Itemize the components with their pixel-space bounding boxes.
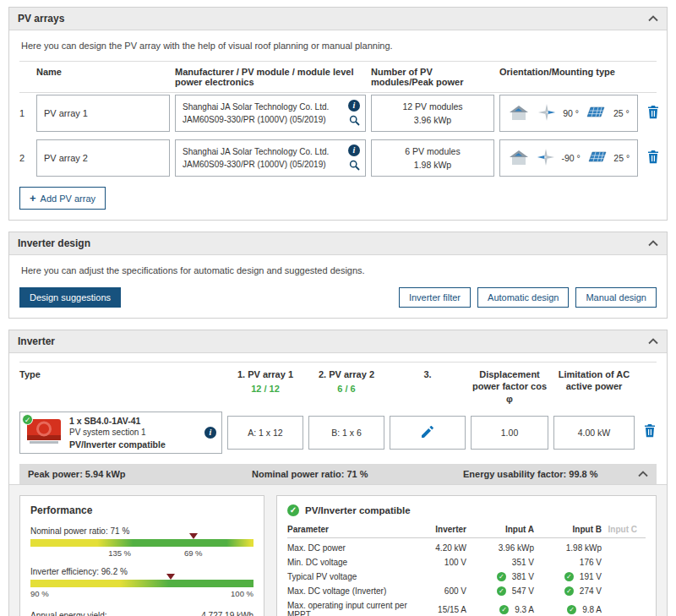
delete-pv-array-button[interactable] [643,149,663,168]
inverter-row: 1 x SB4.0-1AV-41 PV system section 1 PV/… [19,412,657,454]
edit-inputs-box[interactable] [390,416,466,450]
input-a-value: 3.96 kWp [466,541,534,555]
inverter-section: Inverter Type 1. PV array 1 12 / 12 2. P… [8,330,668,616]
inverter-summary-bar[interactable]: Peak power: 5.94 kWp Nominal power ratio… [19,464,657,484]
search-icon[interactable] [349,160,360,172]
col-array1: 1. PV array 1 12 / 12 [227,368,303,395]
tilt-value: 25 ° [613,153,630,163]
col-manufacturer: Manufacturer / PV module / module level … [175,67,366,87]
check-circle-icon [499,605,509,614]
param: Min. DC voltage [287,555,419,570]
inverter-value [419,574,466,579]
tilt-panel-icon [586,106,606,121]
delete-pv-array-button[interactable] [643,104,663,123]
compatibility-title: PV/Inverter compatible [305,505,411,515]
peak-power: 1.98 kWp [414,158,451,172]
input-a-value: 9.3 A [515,605,534,614]
ac-limit-box[interactable]: 4.00 kW [553,416,635,450]
col-ac-limit: Limitation of AC active power [553,368,635,393]
add-pv-array-button[interactable]: Add PV array [19,187,106,210]
inverter-value: 15/15 A [419,602,466,616]
inverter-design-section: Inverter design Here you can adjust the … [8,232,668,319]
roof-icon [508,104,530,123]
input-a-value: 381 V [512,572,534,581]
pv-array-name-input[interactable] [36,139,170,177]
bar2-tick-right: 100 % [231,589,254,598]
col-modules: Number of PV modules/Peak power [371,67,494,87]
module-name: JAM60S09-330/PR (1000V) (05/2019) [183,113,329,126]
bar1-tick-value: 69 % [184,548,203,558]
param: Max. operating input current per MPPT [287,598,419,616]
search-icon[interactable] [349,115,360,128]
chevron-up-icon[interactable] [648,15,658,22]
inverter-header[interactable]: Inverter [9,330,667,353]
performance-stats: Annual energy yield: 4,727.19 kWh Spec. … [30,611,254,616]
page: { "pv_arrays": { "title": "PV arrays", "… [0,0,676,616]
pv-array-name-input[interactable] [36,95,170,132]
pv-arrays-table: 1 Shanghai JA Solar Technology Co. Ltd. … [19,95,657,177]
input-b-value: 274 V [580,586,602,596]
check-circle-icon [497,572,506,581]
cos-phi-box[interactable]: 1.00 [471,416,548,450]
col-array3: 3. [390,368,466,380]
chevron-up-icon[interactable] [648,338,658,345]
stat-value: 4,727.19 kWh [165,611,254,616]
orientation-box[interactable]: 90 ° 25 ° [499,95,638,132]
modules-peak-power-box: 6 PV modules 1.98 kWp [371,139,494,177]
pv-arrays-header[interactable]: PV arrays [9,8,667,30]
stat-label: Annual energy yield: [30,611,165,616]
param: Max. DC voltage (Inverter) [287,584,419,598]
inverter-design-title: Inverter design [18,237,90,249]
col-input-c: Input C [602,525,637,534]
inverter-value: 600 V [419,584,466,598]
pv-arrays-section: PV arrays Here you can design the PV arr… [8,7,668,221]
info-icon[interactable]: i [348,100,360,112]
input-a-box[interactable]: A: 1 x 12 [227,416,303,450]
compatible-label: PV/Inverter compatible [69,439,198,450]
nominal-power-ratio-label: Nominal power ratio: 71 % [30,526,254,536]
add-pv-array-label: Add PV array [41,194,95,204]
tilt-value: 25 ° [613,108,630,118]
azimuth-value: -90 ° [561,153,580,163]
performance-card: Performance Nominal power ratio: 71 % 13… [19,495,264,616]
info-icon[interactable]: i [204,427,216,439]
inverter-title: Inverter [18,335,55,347]
chevron-up-icon[interactable] [648,240,658,247]
pv-system-section: PV system section 1 [69,427,198,439]
param: Typical PV voltage [287,570,419,584]
inverter-efficiency-label: Inverter efficiency: 96.2 % [30,567,254,576]
array1-count: 12 / 12 [227,383,303,395]
module-selection-box[interactable]: Shanghai JA Solar Technology Co. Ltd. JA… [175,95,366,132]
row-index: 1 [19,108,31,118]
bar1-tick-mid: 135 % [108,548,131,558]
input-b-box[interactable]: B: 1 x 6 [308,416,384,450]
input-b-value: 1.98 kWp [534,541,602,555]
delete-inverter-button[interactable] [640,422,660,442]
inverter-efficiency-bar [30,580,254,587]
module-selection-box[interactable]: Shanghai JA Solar Technology Co. Ltd. JA… [175,139,366,177]
orientation-box[interactable]: -90 ° 25 ° [499,139,638,177]
inverter-table-header: Type 1. PV array 1 12 / 12 2. PV array 2… [19,362,657,412]
roof-icon [508,149,530,167]
check-circle-icon [287,504,299,516]
inverter-filter-button[interactable]: Inverter filter [399,287,471,308]
compatibility-table: Max. DC power 4.20 kW 3.96 kWp 1.98 kWp … [287,541,646,616]
inverter-design-header[interactable]: Inverter design [9,232,667,255]
check-circle-icon [567,605,576,614]
col-input-a: Input A [466,525,534,534]
bar-marker-icon [189,533,198,539]
bar-marker-icon [166,574,175,580]
input-b-value: 176 V [534,555,602,570]
design-suggestions-button[interactable]: Design suggestions [19,287,121,308]
peak-power-summary: Peak power: 5.94 kWp [28,469,252,479]
chevron-up-icon[interactable] [638,471,648,477]
check-circle-icon [564,586,574,596]
inverter-design-description: Here you can adjust the specifications f… [21,265,657,275]
info-icon[interactable]: i [348,144,360,156]
check-circle-icon [564,572,574,581]
inverter-type-box[interactable]: 1 x SB4.0-1AV-41 PV system section 1 PV/… [19,412,222,454]
manual-design-button[interactable]: Manual design [575,287,657,308]
automatic-design-button[interactable]: Automatic design [477,287,569,308]
input-a-value: 547 V [512,586,534,596]
manufacturer-name: Shanghai JA Solar Technology Co. Ltd. [183,145,329,158]
